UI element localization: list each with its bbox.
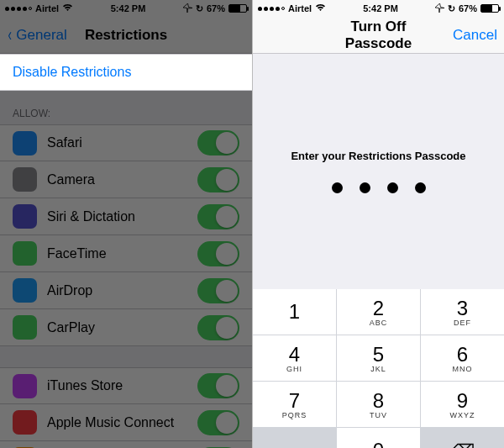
toggle-switch[interactable] [197, 167, 239, 192]
allow-row[interactable]: FaceTime [0, 235, 252, 272]
allow-row-label: iTunes Store [47, 378, 187, 393]
clock: 5:42 PM [111, 3, 146, 13]
allow-row-label: Safari [47, 135, 187, 150]
battery-icon [228, 4, 247, 13]
keypad-key-9[interactable]: 9WXYZ [421, 382, 504, 427]
keypad-key-5[interactable]: 5JKL [337, 335, 420, 381]
passcode-dot [360, 182, 370, 193]
keypad-key-3[interactable]: 3DEF [421, 289, 504, 335]
keypad-key-0[interactable]: 0 [337, 428, 420, 448]
page-title: Turn Off Passcode [339, 18, 417, 52]
battery-percentage: 67% [207, 3, 225, 13]
keypad-key-6[interactable]: 6MNO [421, 335, 504, 381]
passcode-dots [332, 182, 426, 193]
keypad-key-1[interactable]: 1 [253, 289, 336, 335]
app-icon [13, 410, 37, 435]
passcode-prompt: Enter your Restrictions Passcode [291, 150, 465, 162]
toggle-switch[interactable] [197, 278, 239, 303]
rotation-lock-icon: ↻ [448, 3, 455, 14]
cancel-button[interactable]: Cancel [418, 27, 497, 44]
app-icon [13, 131, 37, 155]
disable-restrictions-label: Disable Restrictions [13, 65, 131, 80]
toggle-switch[interactable] [197, 130, 239, 155]
allow-row[interactable]: Camera [0, 161, 252, 198]
status-bar: Airtel 5:42 PM ↻ 67% [253, 0, 504, 17]
allow-row-label: Apple Music Connect [47, 415, 187, 430]
allow-row-label: AirDrop [47, 283, 187, 298]
app-icon [13, 374, 37, 398]
toggle-switch[interactable] [197, 204, 239, 229]
back-button[interactable]: ‹ General [7, 26, 85, 45]
keypad-key-7[interactable]: 7PQRS [253, 382, 336, 427]
allow-row[interactable]: AirDrop [0, 272, 252, 309]
allow-row[interactable]: iBooks Store [0, 441, 252, 448]
keypad-key-4[interactable]: 4GHI [253, 335, 336, 381]
toggle-switch[interactable] [197, 315, 239, 340]
battery-icon [480, 4, 499, 13]
signal-icon [5, 7, 32, 11]
allow-row-label: Siri & Dictation [47, 209, 187, 224]
right-screenshot: Airtel 5:42 PM ↻ 67% Turn Off Passcode C… [252, 0, 504, 448]
clock: 5:42 PM [363, 3, 398, 13]
app-icon [13, 278, 37, 303]
app-icon [13, 167, 37, 192]
allow-row[interactable]: Apple Music Connect [0, 404, 252, 441]
allow-row-label: Camera [47, 172, 187, 187]
allow-row[interactable]: iTunes Store [0, 367, 252, 404]
allow-row-label: CarPlay [47, 320, 187, 335]
allow-section-header: ALLOW: [0, 91, 252, 124]
left-screenshot: Airtel 5:42 PM ↻ 67% ‹ General Restricti… [0, 0, 252, 448]
toggle-switch[interactable] [197, 410, 239, 435]
keypad-key-8[interactable]: 8TUV [337, 382, 420, 427]
numeric-keypad: 12ABC3DEF4GHI5JKL6MNO7PQRS8TUV9WXYZ0⌫ [253, 289, 504, 448]
app-icon [13, 241, 37, 266]
toggle-switch[interactable] [197, 373, 239, 398]
wifi-icon [62, 3, 73, 13]
status-bar: Airtel 5:42 PM ↻ 67% [0, 0, 252, 17]
passcode-dot [332, 182, 343, 193]
app-icon [13, 204, 37, 229]
allow-list-1: SafariCameraSiri & DictationFaceTimeAirD… [0, 124, 252, 346]
navigation-icon [183, 3, 192, 14]
allow-row[interactable]: Siri & Dictation [0, 198, 252, 235]
app-icon [13, 315, 37, 340]
rotation-lock-icon: ↻ [196, 3, 203, 14]
disable-restrictions-row[interactable]: Disable Restrictions [0, 54, 252, 91]
navigation-icon [435, 3, 444, 14]
allow-row-label: FaceTime [47, 246, 187, 261]
allow-row[interactable]: CarPlay [0, 309, 252, 346]
passcode-area: Enter your Restrictions Passcode [253, 54, 504, 289]
wifi-icon [315, 3, 326, 13]
backspace-icon[interactable]: ⌫ [421, 428, 504, 448]
battery-percentage: 67% [459, 3, 477, 13]
back-label: General [16, 27, 66, 44]
carrier-label: Airtel [288, 3, 312, 13]
allow-row[interactable]: Safari [0, 124, 252, 161]
carrier-label: Airtel [35, 3, 59, 13]
keypad-key-2[interactable]: 2ABC [337, 289, 420, 335]
passcode-dot [387, 182, 398, 193]
allow-list-2: iTunes StoreApple Music ConnectiBooks St… [0, 367, 252, 448]
keypad-blank [253, 428, 336, 448]
nav-bar: ‹ General Restrictions [0, 17, 252, 54]
chevron-left-icon: ‹ [8, 26, 11, 45]
toggle-switch[interactable] [197, 241, 239, 266]
signal-icon [258, 7, 285, 11]
passcode-dot [415, 182, 426, 193]
nav-bar: Turn Off Passcode Cancel [253, 17, 504, 54]
page-title: Restrictions [85, 27, 167, 44]
